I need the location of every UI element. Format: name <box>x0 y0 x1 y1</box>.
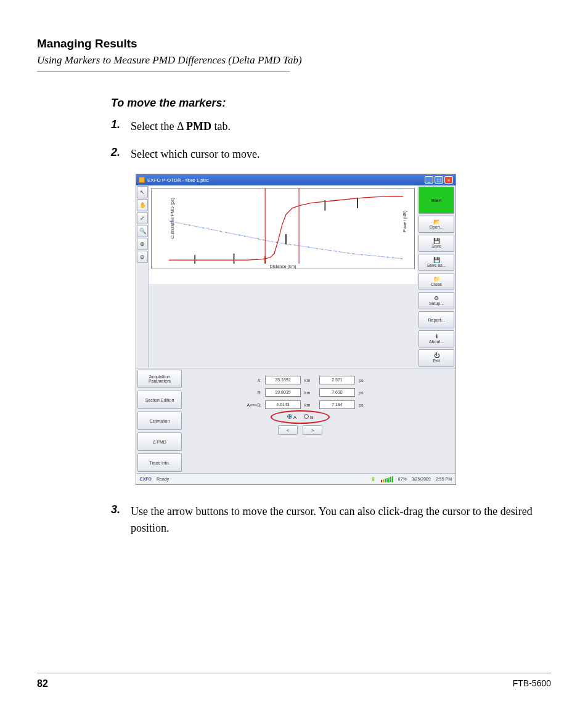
y2-axis-label: Power (dB) <box>402 211 407 232</box>
hand-tool-icon[interactable]: ✋ <box>137 199 148 211</box>
folder-icon: 📁 <box>433 277 440 282</box>
tab-acquisition[interactable]: Acquisition Parameters <box>137 370 182 388</box>
status-right: 🔋 87% 3/25/2009 2:55 PM <box>370 476 452 482</box>
power-icon: ⏻ <box>434 353 439 359</box>
exit-button[interactable]: ⏻Exit <box>419 349 454 367</box>
step-3: 3. Use the arrow buttons to move the cur… <box>111 503 551 537</box>
save-icon: 💾 <box>433 258 440 263</box>
left-tabs: Acquisition Parameters Section Edition E… <box>136 368 183 473</box>
tab-delta-pmd[interactable]: Δ PMD <box>137 432 182 451</box>
radio-icon <box>287 414 292 419</box>
close-button[interactable]: × <box>444 176 453 184</box>
footer-divider <box>37 673 551 673</box>
data-panel: A: 35.1892 km 2.571 ps B: 39.8035 km 7.6… <box>183 368 417 473</box>
unit-km: km <box>304 403 316 407</box>
status-date: 3/25/2009 <box>412 477 431 481</box>
setup-label: Setup... <box>429 301 444 306</box>
row-ab: A<=>B: 4.6143 km 7.184 ps <box>187 400 414 409</box>
field-ab-ps[interactable]: 7.184 <box>319 400 355 409</box>
section-subtitle: Using Markers to Measure PMD Differences… <box>37 54 551 67</box>
field-b-km[interactable]: 39.8035 <box>265 388 301 397</box>
unit-km: km <box>304 378 316 383</box>
row-b: B: 39.8035 km 7.630 ps <box>187 388 414 397</box>
step-prefix: Select the Δ <box>131 120 186 132</box>
right-sidebar: Start 📂Open... 💾Save 💾Save as... 📁Close … <box>417 185 455 368</box>
minimize-button[interactable]: _ <box>425 176 433 184</box>
zoom-out-icon[interactable]: ⊖ <box>137 251 148 263</box>
steps-heading: To move the markers: <box>111 97 551 110</box>
highlight-ellipse <box>271 410 330 424</box>
battery-icon: 🔋 <box>370 477 376 482</box>
tab-section-edition[interactable]: Section Edition <box>137 391 182 409</box>
unit-km: km <box>304 391 316 395</box>
main-area: ↖ ✋ ⤢ 🔍 ⊕ ⊖ Cumulative PMD (ps) Power (d… <box>136 185 455 368</box>
pmd-trace <box>169 197 403 260</box>
app-window: EXFO P-OTDR - fibre 1.ptrc _ □ × ↖ ✋ ⤢ 🔍… <box>136 174 456 485</box>
radio-b[interactable]: B <box>304 414 313 420</box>
sidebar-spacer <box>417 368 455 473</box>
status-time: 2:55 PM <box>436 477 452 481</box>
folder-open-icon: 📂 <box>433 219 440 225</box>
step-number: 2. <box>111 146 122 163</box>
battery-percent: 87% <box>398 477 407 481</box>
cursor-select: A B <box>187 414 414 420</box>
zoom-icon[interactable]: 🔍 <box>137 225 148 237</box>
screenshot-container: EXFO P-OTDR - fibre 1.ptrc _ □ × ↖ ✋ ⤢ 🔍… <box>136 174 551 485</box>
app-icon <box>139 177 145 183</box>
radio-a[interactable]: A <box>287 414 296 420</box>
exit-label: Exit <box>433 359 440 363</box>
open-button[interactable]: 📂Open... <box>419 216 454 233</box>
about-button[interactable]: ℹAbout... <box>419 330 454 347</box>
label-a: A: <box>231 378 261 383</box>
brand-label: EXFO <box>140 477 152 481</box>
step-number: 3. <box>111 503 122 537</box>
radio-icon <box>304 414 309 419</box>
battery-bars <box>381 476 393 482</box>
field-ab-km[interactable]: 4.6143 <box>265 400 301 409</box>
label-b: B: <box>231 391 261 395</box>
pointer-tool-icon[interactable]: ↖ <box>137 186 148 198</box>
saveas-button[interactable]: 💾Save as... <box>419 254 454 271</box>
step-text: Select which cursor to move. <box>131 146 259 163</box>
move-right-button[interactable]: > <box>303 425 322 435</box>
field-a-km[interactable]: 35.1892 <box>265 376 301 384</box>
status-left: EXFO Ready <box>140 477 169 481</box>
report-button[interactable]: Report... <box>419 311 454 328</box>
titlebar[interactable]: EXFO P-OTDR - fibre 1.ptrc _ □ × <box>136 174 455 185</box>
unit-ps: ps <box>359 391 370 395</box>
step-2: 2. Select which cursor to move. <box>111 146 551 163</box>
section-title: Managing Results <box>37 37 551 51</box>
zoom-window-icon[interactable]: ⤢ <box>137 212 148 224</box>
chart-plot[interactable]: Cumulative PMD (ps) Power (dB) Distance … <box>151 188 415 269</box>
unit-ps: ps <box>359 403 370 407</box>
tab-trace-info[interactable]: Trace Info. <box>137 453 182 472</box>
tab-estimation[interactable]: Estimation <box>137 412 182 430</box>
zoom-in-icon[interactable]: ⊕ <box>137 238 148 250</box>
titlebar-left: EXFO P-OTDR - fibre 1.ptrc <box>139 177 209 183</box>
save-button[interactable]: 💾Save <box>419 235 454 252</box>
field-b-ps[interactable]: 7.630 <box>319 388 355 397</box>
chart-area[interactable]: Cumulative PMD (ps) Power (dB) Distance … <box>149 185 417 284</box>
setup-button[interactable]: ⚙Setup... <box>419 292 454 309</box>
label-ab: A<=>B: <box>231 403 261 407</box>
start-button[interactable]: Start <box>419 187 454 214</box>
row-a: A: 35.1892 km 2.571 ps <box>187 376 414 384</box>
field-a-ps[interactable]: 2.571 <box>319 376 355 384</box>
radio-a-label: A <box>293 415 296 420</box>
chart-svg: 3 4 5 6 7 8 9 8 10 <box>169 189 403 264</box>
save-label: Save <box>431 244 441 248</box>
close-file-button[interactable]: 📁Close <box>419 273 454 290</box>
info-icon: ℹ <box>436 334 438 339</box>
step-text: Select the Δ PMD tab. <box>131 118 231 135</box>
open-label: Open... <box>430 225 444 229</box>
bottom-area: Acquisition Parameters Section Edition E… <box>136 368 455 473</box>
statusbar: EXFO Ready 🔋 87% 3/25/2009 2:55 PM <box>136 473 455 484</box>
step-number: 1. <box>111 118 122 135</box>
arrow-buttons: < > <box>187 425 414 435</box>
move-left-button[interactable]: < <box>278 425 298 435</box>
maximize-button[interactable]: □ <box>435 176 443 184</box>
close-label: Close <box>431 282 442 286</box>
content-area: To move the markers: 1. Select the Δ PMD… <box>111 97 551 537</box>
step-text: Use the arrow buttons to move the cursor… <box>131 503 551 537</box>
tool-column: ↖ ✋ ⤢ 🔍 ⊕ ⊖ <box>136 185 149 368</box>
